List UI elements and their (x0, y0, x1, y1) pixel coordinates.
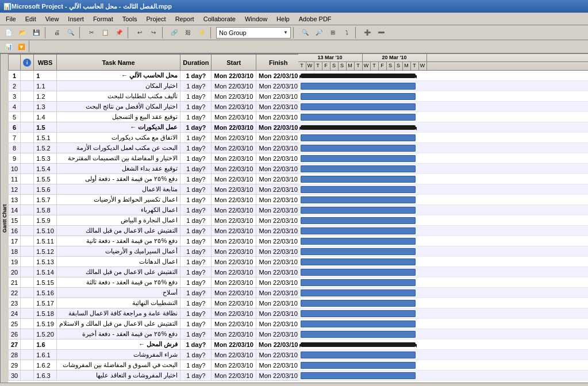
cell-info (21, 329, 34, 339)
cell-wbs: 1.6.3 (34, 370, 57, 381)
btn-preview[interactable]: 🔍 (64, 26, 77, 39)
cell-finish: Mon 22/03/10 (256, 246, 298, 257)
gantt-row (298, 164, 589, 174)
cell-wbs: 1.5 (34, 122, 57, 133)
menu-tools[interactable]: Tools (118, 14, 142, 24)
table-row: 18 1.5.12 أعمال السيراميك و الأرضيات 1 d… (9, 246, 298, 257)
gantt-row (298, 205, 589, 215)
gantt-row (298, 71, 589, 81)
menu-file[interactable]: File (1, 14, 21, 24)
cell-id: 29 (9, 360, 21, 370)
cell-wbs: 1.5.1 (34, 133, 57, 143)
gantt-chart-area: 13 Mar '10 20 Mar '10 T W T F S S M T W … (298, 54, 589, 383)
menu-edit[interactable]: Edit (21, 14, 41, 24)
btn-print[interactable]: 🖨 (51, 26, 63, 39)
gantt-day-W2: W (363, 62, 371, 70)
cell-id: 13 (9, 195, 21, 205)
cell-duration: 1 day? (180, 81, 212, 91)
cell-finish: Mon 22/03/10 (256, 164, 298, 174)
gantt-day-M1: M (347, 62, 355, 70)
header-task: Task Name (56, 55, 180, 71)
table-row: 7 1.5.1 الاتفاق مع مكتب ديكورات 1 day? M… (9, 133, 298, 143)
cell-wbs: 1.6.1 (34, 350, 57, 360)
menu-insert[interactable]: Insert (63, 14, 89, 24)
header-finish: Finish (256, 55, 298, 71)
cell-finish: Mon 22/03/10 (256, 319, 298, 329)
btn-zoom-out[interactable]: 🔎 (313, 26, 325, 39)
cell-wbs: 1.2 (34, 91, 57, 102)
btn-save[interactable]: 💾 (30, 26, 43, 39)
btn-redo[interactable]: ↪ (147, 26, 160, 39)
btn-link[interactable]: 🔗 (168, 26, 180, 39)
gantt-task-bar (301, 279, 416, 286)
gantt-day-F1: F (322, 62, 330, 70)
menu-window[interactable]: Window (240, 14, 272, 24)
btn-outline[interactable]: 📊 (2, 40, 15, 53)
table-row: 22 1.5.16 أسلاح 1 day? Mon 22/03/10 Mon … (9, 288, 298, 298)
gantt-row (298, 288, 589, 298)
header-id (9, 55, 21, 71)
btn-undo[interactable]: ↩ (133, 26, 146, 39)
btn-scroll-task[interactable]: ⤵ (340, 26, 353, 39)
menu-collaborate[interactable]: Collaborate (199, 14, 240, 24)
btn-new[interactable]: 📄 (2, 26, 15, 39)
cell-finish: Mon 22/03/10 (256, 267, 298, 277)
gantt-week1-label: 13 Mar '10 (298, 54, 363, 61)
cell-duration: 1 day? (180, 277, 212, 288)
gantt-header: 13 Mar '10 20 Mar '10 T W T F S S M T W … (298, 54, 589, 71)
gantt-task-bar (301, 227, 416, 234)
menu-help[interactable]: Help (272, 14, 294, 24)
gantt-task-bar (301, 321, 416, 327)
menu-project[interactable]: Project (141, 14, 170, 24)
table-row: 25 1.5.19 التفتيش على الاعمال من قبل الم… (9, 319, 298, 329)
cell-task: اعمال الكهرباء (56, 205, 180, 215)
cell-duration: 1 day? (180, 329, 212, 339)
btn-cut[interactable]: ✂ (85, 26, 98, 39)
cell-duration: 1 day? (180, 102, 212, 112)
menu-view[interactable]: View (41, 14, 64, 24)
cell-task: الاتفاق مع مكتب ديكورات (56, 133, 180, 143)
btn-add[interactable]: ➕ (361, 26, 374, 39)
cell-info (21, 319, 34, 329)
table-row: 23 1.5.17 التشطيبات النهائية 1 day? Mon … (9, 298, 298, 308)
menu-report[interactable]: Report (171, 14, 199, 24)
sep-8 (29, 41, 32, 52)
btn-filter[interactable]: 🔽 (15, 40, 28, 53)
cell-id: 3 (9, 91, 21, 102)
sep-7 (355, 27, 359, 38)
table-row: 15 1.5.9 اعمال النجارة و البياض 1 day? M… (9, 215, 298, 226)
btn-copy[interactable]: 📋 (99, 26, 112, 39)
gantt-row (298, 370, 589, 381)
btn-zoom-all[interactable]: ⊞ (326, 26, 339, 39)
gantt-task-bar (301, 134, 416, 141)
gantt-day-T1: T (298, 62, 306, 70)
btn-split[interactable]: ⚡ (195, 26, 208, 39)
cell-finish: Mon 22/03/10 (256, 195, 298, 205)
sep-3 (128, 27, 131, 38)
btn-open[interactable]: 📂 (16, 26, 29, 39)
gantt-row (298, 319, 589, 329)
menu-format[interactable]: Format (89, 14, 118, 24)
btn-zoom-in[interactable]: 🔍 (299, 26, 312, 39)
btn-minus[interactable]: ➖ (375, 26, 387, 39)
btn-unlink[interactable]: ⛓ (182, 26, 194, 39)
cell-duration: 1 day? (180, 319, 212, 329)
menu-adobe[interactable]: Adobe PDF (294, 14, 336, 24)
scroll-area[interactable]: i WBS Task Name Duration Start Finish Pr… (8, 54, 298, 381)
cell-id: 6 (9, 122, 21, 133)
cell-id: 21 (9, 277, 21, 288)
gantt-row (298, 112, 589, 122)
cell-start: Mon 22/03/10 (212, 339, 256, 350)
cell-duration: 1 day? (180, 308, 212, 319)
cell-task: عمل الديكورات ← (56, 122, 180, 133)
gantt-bars-area (298, 71, 589, 383)
table-header: i WBS Task Name Duration Start Finish Pr (9, 55, 298, 71)
cell-finish: Mon 22/03/10 (256, 133, 298, 143)
cell-duration: 1 day? (180, 246, 212, 257)
group-dropdown[interactable]: No Group ▼ (216, 27, 291, 38)
title-bar: 📊 Microsoft Project - الفصل الثالث - محل… (0, 0, 588, 13)
btn-paste[interactable]: 📌 (113, 26, 125, 39)
cell-finish: Mon 22/03/10 (256, 91, 298, 102)
table-row: 21 1.5.15 دفع %٢٥ من قيمة العقد - دفعة ث… (9, 277, 298, 288)
table-row: 12 1.5.6 متابعة الاعمال 1 day? Mon 22/03… (9, 184, 298, 195)
